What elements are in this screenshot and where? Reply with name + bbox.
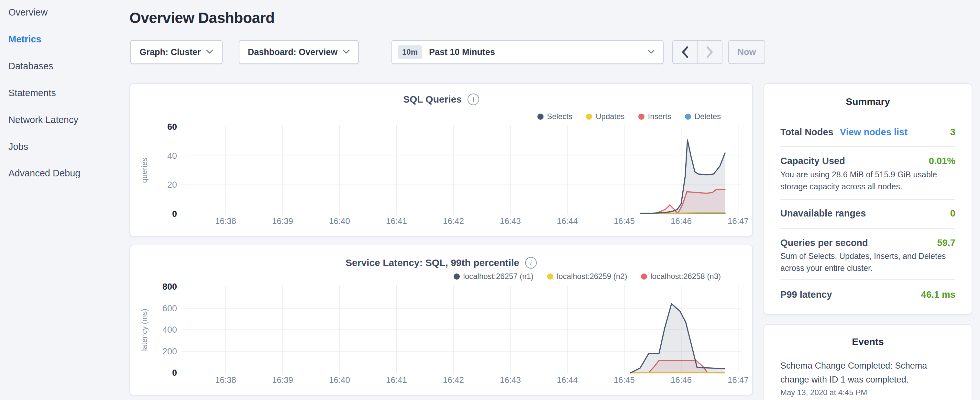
summary-row-label: Unavailable ranges [780,208,866,219]
events-panel: Events Schema Change Completed: Schema c… [764,324,972,400]
svg-text:16:43: 16:43 [500,375,521,385]
summary-row-queries-per-second: Queries per second59.7 [780,235,955,250]
chevron-down-icon [648,49,654,55]
svg-text:0: 0 [172,368,177,378]
summary-row-value: 0.01% [929,156,955,166]
graph-dropdown[interactable]: Graph: Cluster [130,40,223,64]
now-button-label: Now [738,47,756,57]
dashboard-dropdown[interactable]: Dashboard: Overview [239,40,359,64]
time-back-button[interactable] [673,41,697,64]
svg-text:16:46: 16:46 [671,216,692,226]
controls-divider [375,41,375,64]
svg-text:16:45: 16:45 [614,216,635,226]
summary-row-unavailable-ranges: Unavailable ranges0 [780,206,955,221]
summary-row-label: P99 latency [780,289,832,300]
summary-row-label: Queries per second [780,237,868,248]
sidebar-item-network-latency[interactable]: Network Latency [8,113,78,126]
svg-text:800: 800 [162,282,177,292]
sidebar-item-advanced-debug[interactable]: Advanced Debug [8,167,81,180]
time-range-badge: 10m [398,45,422,59]
svg-text:0: 0 [172,209,177,219]
svg-text:16:41: 16:41 [386,375,407,385]
time-range-selector[interactable]: 10m Past 10 Minutes [391,40,663,64]
summary-row-p99-latency: P99 latency46.1 ms [780,287,955,302]
svg-text:16:41: 16:41 [386,216,407,226]
svg-text:16:43: 16:43 [500,216,521,226]
svg-text:16:39: 16:39 [272,216,293,226]
summary-heading: Summary [764,96,972,107]
svg-text:16:44: 16:44 [557,216,578,226]
summary-panel: Summary Total NodesView nodes list3Capac… [764,83,972,315]
svg-text:latency (ms): latency (ms) [140,309,148,351]
page-title: Overview Dashboard [129,9,275,27]
summary-divider [780,146,955,147]
svg-text:200: 200 [162,347,177,356]
graph-dropdown-label: Graph: Cluster [140,47,200,57]
summary-row-description: You are using 28.6 MiB of 515.9 GiB usab… [780,169,957,193]
svg-text:20: 20 [167,180,177,190]
summary-divider [780,199,955,200]
service-latency-chart[interactable]: 16:3816:3916:4016:4116:4216:4316:4416:45… [130,245,754,396]
svg-text:16:42: 16:42 [443,216,464,226]
svg-text:60: 60 [167,122,177,132]
summary-row-value: 46.1 ms [921,289,955,300]
time-arrows-group [672,40,722,64]
event-message[interactable]: Schema Change Completed: Schema change w… [780,359,950,387]
svg-text:16:40: 16:40 [329,375,350,385]
svg-text:16:42: 16:42 [443,375,464,385]
summary-row-value: 59.7 [937,237,955,248]
time-range-label: Past 10 Minutes [429,47,495,57]
event-timestamp: May 13, 2020 at 4:45 PM [780,388,867,397]
svg-text:16:44: 16:44 [557,375,578,385]
svg-text:400: 400 [162,325,177,335]
service-latency-chart-card: Service Latency: SQL, 99th percentile i … [129,245,753,395]
view-nodes-list-link[interactable]: View nodes list [840,127,908,137]
events-heading: Events [764,336,972,347]
sidebar-item-overview[interactable]: Overview [8,6,48,19]
now-button[interactable]: Now [728,40,765,64]
svg-text:40: 40 [167,151,177,161]
summary-row-total-nodes: Total NodesView nodes list3 [780,124,955,140]
sidebar-item-metrics[interactable]: Metrics [8,33,41,46]
svg-text:16:46: 16:46 [671,375,692,385]
summary-divider [780,279,955,280]
summary-divider [780,228,955,229]
sql-queries-chart[interactable]: 16:3816:3916:4016:4116:4216:4316:4416:45… [130,84,754,237]
summary-row-description: Sum of Selects, Updates, Inserts, and De… [780,250,957,274]
svg-text:16:38: 16:38 [215,375,236,385]
dashboard-dropdown-label: Dashboard: Overview [248,47,338,57]
svg-text:16:45: 16:45 [614,375,635,385]
svg-text:16:39: 16:39 [272,375,293,385]
summary-row-value: 0 [950,208,955,219]
svg-text:16:38: 16:38 [215,216,236,226]
chevron-down-icon [343,49,350,55]
svg-text:queries: queries [140,158,148,183]
time-forward-button[interactable] [698,41,722,64]
summary-row-label: Capacity Used [780,156,845,166]
svg-text:600: 600 [162,304,177,313]
summary-row-capacity-used: Capacity Used0.01% [780,153,955,169]
summary-row-label: Total Nodes [780,127,834,137]
svg-text:16:40: 16:40 [329,216,350,226]
summary-row-value: 3 [950,127,955,137]
sidebar-item-databases[interactable]: Databases [8,59,53,72]
sidebar-item-jobs[interactable]: Jobs [8,140,28,153]
chevron-down-icon [206,49,213,55]
svg-text:16:47: 16:47 [728,216,749,226]
svg-text:16:47: 16:47 [728,375,749,385]
sidebar-item-statements[interactable]: Statements [8,86,56,99]
sql-queries-chart-card: SQL Queries i SelectsUpdatesInsertsDelet… [129,83,753,237]
